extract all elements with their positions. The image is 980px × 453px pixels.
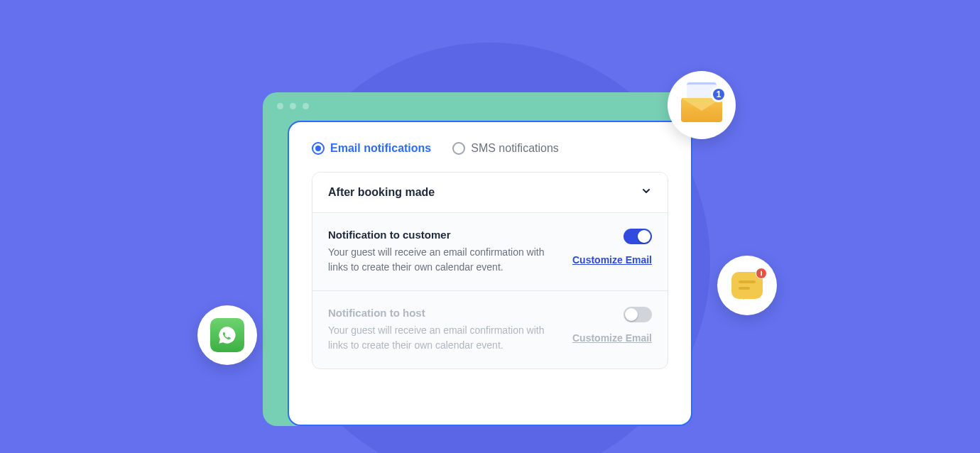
settings-panel: Email notifications SMS notifications Af… [288, 121, 692, 426]
notification-description: Your guest will receive an email confirm… [328, 245, 558, 275]
notification-title: Notification to customer [328, 229, 558, 241]
chat-notification-icon [717, 256, 777, 315]
panel-title: After booking made [328, 186, 435, 199]
tab-label: SMS notifications [471, 142, 559, 155]
booking-panel: After booking made Notification to custo… [312, 172, 668, 369]
tab-label: Email notifications [330, 142, 431, 155]
whatsapp-icon [197, 305, 257, 365]
notification-host-row: Notification to host Your guest will rec… [312, 290, 668, 369]
panel-header[interactable]: After booking made [312, 173, 668, 213]
notification-customer-row: Notification to customer Your guest will… [312, 213, 668, 290]
notification-tabs: Email notifications SMS notifications [312, 142, 668, 155]
toggle-host-notification[interactable] [624, 307, 652, 322]
radio-unselected-icon [452, 142, 465, 155]
chevron-down-icon [641, 185, 652, 200]
chat-alert-badge [756, 268, 767, 279]
notification-title: Notification to host [328, 307, 558, 319]
window-traffic-lights [263, 92, 689, 120]
tab-email-notifications[interactable]: Email notifications [312, 142, 431, 155]
customize-email-link[interactable]: Customize Email [572, 332, 652, 344]
toggle-customer-notification[interactable] [624, 229, 652, 244]
mail-notification-icon: 1 [668, 71, 736, 139]
radio-selected-icon [312, 142, 325, 155]
notification-description: Your guest will receive an email confirm… [328, 323, 558, 353]
tab-sms-notifications[interactable]: SMS notifications [452, 142, 559, 155]
customize-email-link[interactable]: Customize Email [572, 254, 652, 266]
mail-badge-count: 1 [711, 87, 726, 102]
